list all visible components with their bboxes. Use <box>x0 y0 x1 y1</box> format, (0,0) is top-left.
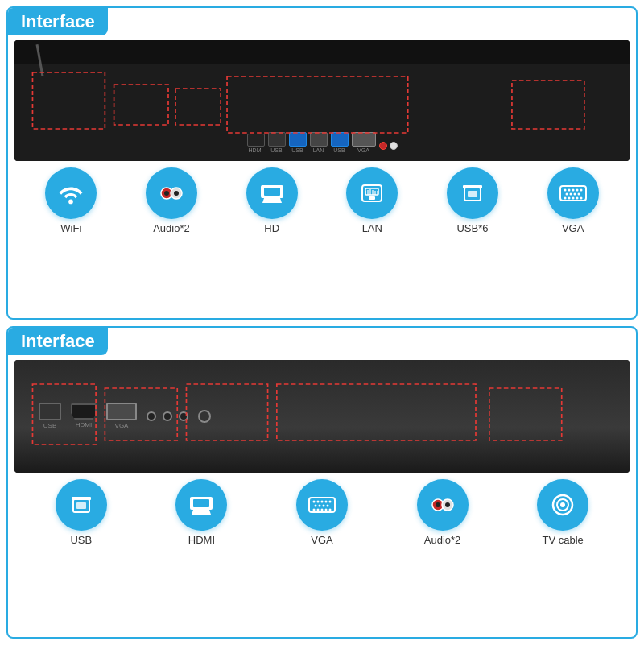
hd-icon <box>258 179 287 208</box>
lan-icon <box>357 179 386 208</box>
vga2-icon-circle <box>296 479 348 531</box>
icon-item-vga1: VGA <box>547 167 599 234</box>
svg-rect-11 <box>264 188 280 196</box>
lan-label: LAN <box>362 222 382 234</box>
svg-rect-43 <box>489 388 562 440</box>
device-photo-1: HDMI USB USB LAN <box>14 40 630 161</box>
icon-item-wifi: WiFi <box>45 167 97 234</box>
svg-point-37 <box>576 197 578 200</box>
vga2-label: VGA <box>311 534 332 546</box>
svg-point-55 <box>328 500 331 502</box>
vga-icon-1 <box>559 181 588 205</box>
tvcable-label: TV cable <box>543 534 584 546</box>
section-2-title: Interface <box>8 328 108 355</box>
svg-point-29 <box>580 189 582 192</box>
svg-rect-39 <box>32 384 96 444</box>
svg-point-57 <box>318 504 320 506</box>
svg-rect-23 <box>463 185 482 188</box>
svg-point-71 <box>560 502 565 507</box>
usb6-icon-circle <box>447 167 498 219</box>
icon-item-lan: LAN <box>346 167 398 234</box>
hdmi-icon-circle <box>175 479 227 531</box>
wifi-label: WiFi <box>60 222 81 234</box>
device-photo-2: USB HDMI VGA <box>14 360 630 473</box>
audio-icon-circle <box>146 167 197 219</box>
lan-icon-circle <box>346 167 398 219</box>
svg-point-66 <box>436 502 440 507</box>
audio-icon <box>158 180 185 207</box>
usb-icon-2 <box>69 491 93 519</box>
icon-item-audio2: Audio*2 <box>417 479 469 546</box>
svg-rect-49 <box>193 499 209 507</box>
svg-rect-40 <box>105 388 177 440</box>
svg-rect-0 <box>32 72 105 129</box>
svg-point-34 <box>564 197 566 200</box>
svg-point-6 <box>164 191 169 196</box>
svg-point-26 <box>568 189 570 192</box>
hdmi-icon <box>187 490 216 519</box>
audio-label: Audio*2 <box>153 222 190 234</box>
svg-point-30 <box>565 193 568 196</box>
icons-row-2: USB HDMI <box>8 473 636 638</box>
dashed-overlay-2 <box>14 360 630 473</box>
svg-rect-45 <box>76 502 86 509</box>
icon-item-usb6: USB*6 <box>447 167 498 234</box>
usb-icon-circle <box>56 479 107 531</box>
svg-point-56 <box>314 504 316 506</box>
vga-icon-2 <box>308 493 336 517</box>
vga1-icon-circle <box>547 167 599 219</box>
svg-point-32 <box>573 193 576 196</box>
icons-row-1: WiFi Audio*2 <box>8 161 636 318</box>
section-2: Interface USB HDMI VGA <box>6 326 638 639</box>
tvcable-icon-circle <box>537 479 588 531</box>
section-1: Interface HDMI USB <box>6 6 638 320</box>
svg-point-38 <box>580 197 582 200</box>
device-sim-inner-2: USB HDMI VGA <box>14 360 630 473</box>
section-1-title: Interface <box>8 8 108 35</box>
svg-rect-3 <box>227 76 408 133</box>
svg-rect-13 <box>365 188 378 195</box>
device-sim-inner-1: HDMI USB USB LAN <box>14 40 630 161</box>
svg-point-63 <box>324 508 327 511</box>
icon-item-vga2: VGA <box>296 479 348 546</box>
svg-point-61 <box>316 508 319 511</box>
svg-point-53 <box>320 500 323 502</box>
svg-point-27 <box>572 189 574 192</box>
main-container: Interface HDMI USB <box>0 0 644 645</box>
tvcable-icon <box>551 491 575 519</box>
wifi-icon-circle <box>45 167 97 219</box>
usb6-label: USB*6 <box>456 222 488 234</box>
svg-point-64 <box>328 508 331 511</box>
svg-point-33 <box>577 193 580 196</box>
icon-item-audio: Audio*2 <box>146 167 197 234</box>
svg-point-68 <box>445 502 450 507</box>
icon-item-hdmi: HDMI <box>175 479 227 546</box>
svg-marker-48 <box>192 510 211 515</box>
icon-item-hd: HD <box>246 167 298 234</box>
audio-icon-2 <box>429 491 456 519</box>
svg-rect-42 <box>277 384 476 440</box>
svg-point-52 <box>316 500 319 502</box>
audio2-label: Audio*2 <box>424 534 461 546</box>
audio2-icon-circle <box>417 479 469 531</box>
svg-rect-20 <box>369 196 375 200</box>
svg-point-59 <box>326 504 328 506</box>
svg-point-25 <box>564 189 566 192</box>
svg-point-60 <box>312 508 315 511</box>
vga1-label: VGA <box>562 222 584 234</box>
usb-icon <box>460 180 485 207</box>
svg-rect-41 <box>186 384 267 440</box>
svg-point-35 <box>568 197 570 200</box>
hdmi-label: HDMI <box>188 534 215 546</box>
wifi-icon <box>56 178 86 209</box>
svg-point-51 <box>312 500 315 502</box>
dashed-overlay-1 <box>14 40 630 161</box>
svg-rect-22 <box>468 191 477 197</box>
svg-rect-1 <box>114 85 168 125</box>
svg-rect-2 <box>175 89 221 125</box>
hd-label: HD <box>264 222 279 234</box>
svg-point-62 <box>320 508 323 511</box>
svg-rect-4 <box>512 81 584 129</box>
svg-point-36 <box>572 197 574 200</box>
svg-point-31 <box>569 193 572 196</box>
